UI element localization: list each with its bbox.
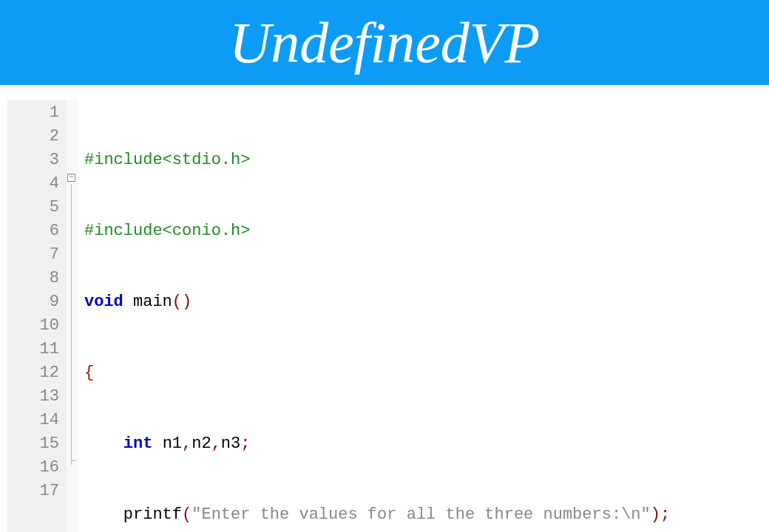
identifier	[123, 293, 133, 311]
code-line[interactable]: #include<stdio.h>	[84, 149, 670, 172]
line-number: 2	[30, 125, 59, 149]
line-number: 8	[30, 267, 59, 290]
line-number: 6	[30, 219, 59, 243]
function-call: printf	[123, 505, 182, 524]
function-name: main	[133, 293, 172, 311]
code-line[interactable]: printf("Enter the values for all the thr…	[84, 503, 670, 527]
line-number: 10	[30, 314, 59, 338]
identifier: n2	[192, 434, 211, 453]
comma: ,	[182, 434, 192, 453]
paren: )	[182, 293, 192, 311]
fold-guide-end	[71, 460, 75, 461]
semicolon: ;	[240, 434, 250, 453]
line-number: 17	[30, 480, 59, 503]
identifier: n1	[163, 434, 182, 453]
code-editor-container: 1 2 3 4 5 6 7 8 9 10 11 12 13 14 15 16 1…	[0, 100, 769, 532]
paren: (	[182, 505, 192, 524]
code-line[interactable]: void main()	[84, 290, 670, 314]
code-line[interactable]: #include<conio.h>	[84, 219, 670, 243]
line-number: 4	[30, 172, 59, 196]
comma: ,	[211, 434, 221, 453]
header-title: UndefinedVP	[229, 10, 540, 76]
line-number: 14	[30, 409, 59, 432]
paren: (	[172, 293, 182, 311]
line-number: 5	[30, 196, 59, 219]
brace: {	[84, 364, 94, 382]
preprocessor-directive: #include<conio.h>	[84, 222, 250, 240]
fold-guide-line	[71, 184, 72, 465]
semicolon: ;	[660, 505, 670, 524]
line-number: 9	[30, 290, 59, 314]
line-number: 12	[30, 361, 59, 385]
identifier	[152, 434, 162, 453]
code-line[interactable]: {	[84, 361, 670, 385]
code-line[interactable]: int n1,n2,n3;	[84, 432, 670, 456]
fold-toggle-icon[interactable]: −	[67, 174, 75, 182]
line-number: 7	[30, 243, 59, 267]
line-number: 11	[30, 338, 59, 361]
line-number: 16	[30, 456, 59, 480]
code-editor[interactable]: 1 2 3 4 5 6 7 8 9 10 11 12 13 14 15 16 1…	[7, 100, 762, 532]
line-number: 1	[30, 101, 59, 125]
paren: )	[651, 505, 660, 524]
keyword: int	[123, 434, 153, 453]
line-number: 13	[30, 385, 59, 409]
keyword: void	[84, 293, 123, 311]
preprocessor-directive: #include<stdio.h>	[84, 151, 250, 169]
line-number: 3	[30, 149, 59, 172]
code-content[interactable]: #include<stdio.h> #include<conio.h> void…	[78, 100, 676, 532]
string-literal: "Enter the values for all the three numb…	[192, 505, 651, 524]
identifier: n3	[221, 434, 240, 453]
line-number-gutter: 1 2 3 4 5 6 7 8 9 10 11 12 13 14 15 16 1…	[7, 100, 67, 532]
header-banner: UndefinedVP	[0, 0, 769, 85]
fold-gutter[interactable]: −	[67, 100, 78, 532]
line-number: 15	[30, 432, 59, 456]
